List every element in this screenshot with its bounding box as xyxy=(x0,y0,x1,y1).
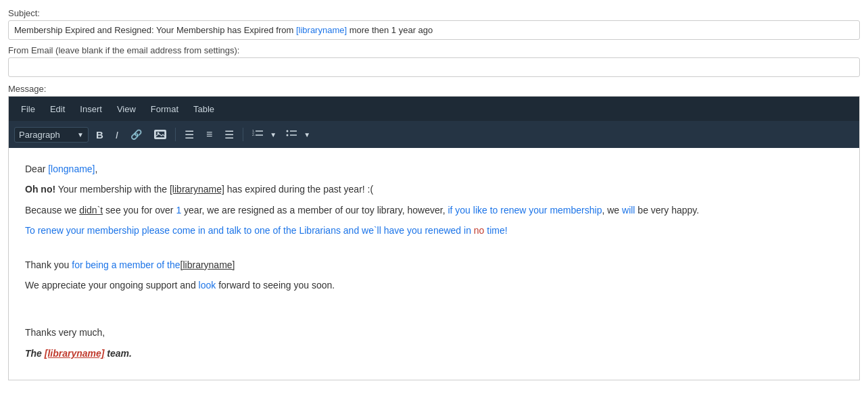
paragraph-label: Paragraph xyxy=(19,130,60,140)
align-center-button[interactable]: ≡ xyxy=(201,126,217,143)
unordered-list-dropdown-icon[interactable]: ▼ xyxy=(302,128,312,141)
italic-icon: I xyxy=(116,129,118,141)
bold-icon: B xyxy=(96,129,103,141)
image-button[interactable] xyxy=(149,127,171,142)
greeting-line: Dear [longname], xyxy=(25,161,843,176)
libraryname-tag-1: [libraryname] xyxy=(170,184,224,195)
toolbar-separator-1 xyxy=(175,128,176,141)
menu-insert[interactable]: Insert xyxy=(73,101,109,117)
look-forward: look xyxy=(199,280,216,291)
thanks-text: Thanks very much, xyxy=(25,327,105,338)
if-you-like: if you like to renew your membership xyxy=(448,205,602,216)
align-left-icon: ☰ xyxy=(185,128,194,141)
didnt-underline: didn`t xyxy=(79,205,103,216)
align-left-button[interactable]: ☰ xyxy=(180,126,199,144)
subject-row: Subject: Membership Expired and Resigned… xyxy=(0,5,868,43)
thankyou-blue: for being a member of the xyxy=(72,259,180,270)
link-icon: 🔗 xyxy=(130,129,142,140)
thankyou-line: Thank you for being a member of the[libr… xyxy=(25,257,843,272)
from-email-input[interactable] xyxy=(8,57,860,77)
toolbar-separator-2 xyxy=(243,128,243,141)
team-text: The [libraryname] team. xyxy=(25,348,132,359)
ordered-list-group: 1. 2. ▼ xyxy=(247,126,279,143)
longname-tag: [longname] xyxy=(48,164,95,174)
oh-no-line: Oh no! Your membership with the [library… xyxy=(25,182,843,197)
menu-table[interactable]: Table xyxy=(187,101,221,117)
svg-text:2.: 2. xyxy=(252,132,255,136)
svg-point-6 xyxy=(287,130,289,132)
chevron-down-icon: ▼ xyxy=(77,131,84,139)
unordered-list-button[interactable] xyxy=(281,126,302,143)
appreciate-line: We appreciate your ongoing support and l… xyxy=(25,278,843,293)
blank-line-2 xyxy=(25,298,843,311)
number-1: 1 xyxy=(176,205,181,216)
message-label: Message: xyxy=(0,80,868,96)
will-text: will xyxy=(622,205,635,216)
oh-no-rest: Your membership with the xyxy=(58,184,170,195)
team-line: The [libraryname] team. xyxy=(25,346,843,361)
oh-no-rest2: has expired during the past year! :( xyxy=(224,184,373,195)
thanks-line: Thanks very much, xyxy=(25,325,843,340)
page-container: Subject: Membership Expired and Resigned… xyxy=(0,0,868,402)
subject-libraryname: [libraryname] xyxy=(296,25,347,35)
subject-label: Subject: xyxy=(8,8,860,18)
oh-no-bold: Oh no! xyxy=(25,184,55,195)
unordered-list-group: ▼ xyxy=(281,126,312,143)
italic-button[interactable]: I xyxy=(111,126,123,143)
image-icon xyxy=(154,130,166,139)
ordered-list-button[interactable]: 1. 2. xyxy=(247,126,268,143)
paragraph-dropdown[interactable]: Paragraph ▼ xyxy=(14,127,89,143)
menu-file[interactable]: File xyxy=(14,101,42,117)
subject-input[interactable]: Membership Expired and Resigned: Your Me… xyxy=(8,20,860,40)
from-email-row: From Email (leave blank if the email add… xyxy=(0,43,868,80)
menu-view[interactable]: View xyxy=(110,101,143,117)
ordered-list-icon: 1. 2. xyxy=(252,129,263,141)
menu-format[interactable]: Format xyxy=(144,101,185,117)
editor-wrapper: File Edit Insert View Format Table Parag… xyxy=(8,96,860,380)
editor-content[interactable]: Dear [longname], Oh no! Your membership … xyxy=(9,148,859,380)
subject-value: Membership Expired and Resigned: Your Me… xyxy=(14,25,433,35)
because-text: Because we didn`t see you for over 1 yea… xyxy=(25,205,699,216)
link-button[interactable]: 🔗 xyxy=(126,126,147,143)
menu-edit[interactable]: Edit xyxy=(43,101,72,117)
align-right-icon: ☰ xyxy=(224,128,234,141)
blank-line-3 xyxy=(25,311,843,325)
from-email-label: From Email (leave blank if the email add… xyxy=(8,45,860,55)
unordered-list-icon xyxy=(286,129,297,141)
renew-text: To renew your membership please come in … xyxy=(25,225,508,236)
editor-menubar: File Edit Insert View Format Table xyxy=(9,97,859,121)
blank-line-1 xyxy=(25,244,843,257)
align-center-icon: ≡ xyxy=(206,128,212,141)
align-right-button[interactable]: ☰ xyxy=(220,126,239,144)
libraryname-tag-3: [libraryname] xyxy=(45,348,105,359)
editor-toolbar: Paragraph ▼ B I 🔗 xyxy=(9,121,859,148)
appreciate-text: We appreciate your ongoing support and l… xyxy=(25,280,335,291)
because-line: Because we didn`t see you for over 1 yea… xyxy=(25,203,843,218)
svg-point-8 xyxy=(287,134,289,136)
ordered-list-dropdown-icon[interactable]: ▼ xyxy=(268,128,279,141)
bold-button[interactable]: B xyxy=(91,126,108,143)
renew-line: To renew your membership please come in … xyxy=(25,223,843,238)
thankyou-text: Thank you for being a member of the[libr… xyxy=(25,259,235,270)
libraryname-tag-2: [libraryname] xyxy=(180,259,235,270)
